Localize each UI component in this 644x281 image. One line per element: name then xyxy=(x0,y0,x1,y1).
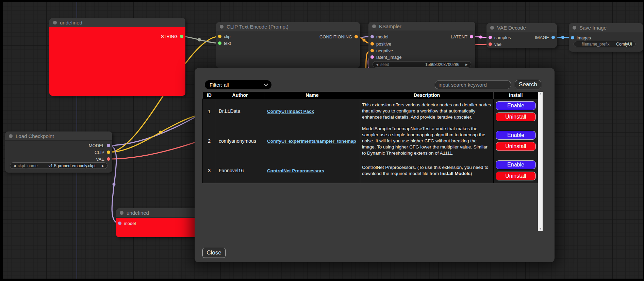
widget-label: ckpt_name xyxy=(18,163,38,168)
widget-label: seed xyxy=(380,62,389,67)
enable-button[interactable]: Enable xyxy=(496,131,536,140)
slot-dot-latent[interactable] xyxy=(470,35,473,38)
decrement-arrow-icon[interactable]: ◀ xyxy=(376,63,378,66)
slot-label: IMAGE xyxy=(535,35,549,40)
slot-dot-string[interactable] xyxy=(180,35,183,38)
uninstall-button[interactable]: Uninstall xyxy=(496,172,536,180)
description-text: ) xyxy=(470,171,472,176)
scroll-up-icon[interactable]: ▲ xyxy=(539,92,542,95)
slot-dot-positive[interactable] xyxy=(370,42,374,46)
search-input[interactable] xyxy=(435,81,511,89)
table-row: 1 Dr.Lt.Data ComfyUI Impact Pack This ex… xyxy=(203,99,538,124)
node-vae-decode[interactable]: VAE Decode samples vae IMAGE xyxy=(486,23,557,48)
input-slot-model[interactable]: model xyxy=(118,220,136,227)
cell-description: ModelSamplerTonemapNoiseTest a node that… xyxy=(360,124,494,158)
collapse-dot-icon[interactable] xyxy=(220,25,224,29)
extensions-table: ID Author Name Description Install 1 Dr.… xyxy=(202,92,538,183)
output-slot-image[interactable]: IMAGE xyxy=(535,34,555,41)
node-save-image-header[interactable]: Save Image xyxy=(569,23,643,32)
extension-link[interactable]: ComfyUI Impact Pack xyxy=(267,109,314,114)
ckpt-name-widget[interactable]: ◀ ckpt_name v1-5-pruned-emaonly.ckpt ▶ xyxy=(10,162,108,169)
uninstall-button[interactable]: Uninstall xyxy=(496,142,536,151)
comfyui-app: undefined STRING CLIP Text Encode (Promp… xyxy=(0,0,644,281)
slot-dot-image[interactable] xyxy=(551,36,555,39)
slot-dot-negative[interactable] xyxy=(370,49,374,52)
node-save-image[interactable]: Save Image images filename_prefix ComfyU… xyxy=(569,23,643,52)
node-ksampler[interactable]: KSampler model positive negative latent_… xyxy=(368,22,475,69)
table-scrollbar[interactable]: ▲ ▼ xyxy=(538,92,543,231)
input-slot-negative[interactable]: negative xyxy=(370,47,393,54)
collapse-dot-icon[interactable] xyxy=(9,134,13,138)
input-slot-clip[interactable]: clip xyxy=(218,33,231,40)
col-header-install: Install xyxy=(494,92,538,99)
table-row: 2 comfyanonymous ComfyUI_experiments/sam… xyxy=(203,124,538,158)
collapse-dot-icon[interactable] xyxy=(372,24,376,28)
slot-dot-clip-out[interactable] xyxy=(107,151,110,154)
extension-link[interactable]: ComfyUI_experiments/sampler_tonemap xyxy=(267,139,356,144)
input-slot-images[interactable]: images xyxy=(571,34,591,41)
output-slot-conditioning[interactable]: CONDITIONING xyxy=(319,33,358,40)
extension-link[interactable]: ControlNet Preprocessors xyxy=(267,168,324,173)
slot-label: LATENT xyxy=(451,34,467,39)
slot-dot-conditioning[interactable] xyxy=(354,35,358,38)
increment-arrow-icon[interactable]: ▶ xyxy=(465,63,468,66)
close-button-label: Close xyxy=(207,249,221,256)
slot-dot-latent-image[interactable] xyxy=(370,55,374,59)
col-header-id: ID xyxy=(203,92,216,99)
cell-id: 1 xyxy=(203,99,216,124)
input-slot-vae[interactable]: vae xyxy=(489,41,501,48)
filename-prefix-widget[interactable]: filename_prefix ComfyUI xyxy=(574,41,635,47)
node-load-checkpoint[interactable]: Load Checkpoint MODEL CLIP VAE ◀ ckpt_na… xyxy=(5,131,112,173)
close-button[interactable]: Close xyxy=(202,248,226,258)
output-slot-model[interactable]: MODEL xyxy=(89,142,110,149)
input-slot-latent-image[interactable]: latent_image xyxy=(370,54,401,60)
slot-dot-text[interactable] xyxy=(218,41,221,45)
slot-dot-vae[interactable] xyxy=(489,42,492,46)
output-slot-string[interactable]: STRING xyxy=(161,33,183,40)
slot-dot-images[interactable] xyxy=(571,36,574,39)
slot-label: model xyxy=(124,221,136,226)
node-undefined-top-header[interactable]: undefined xyxy=(49,18,185,27)
output-slot-vae[interactable]: VAE xyxy=(96,156,110,162)
input-slot-text[interactable]: text xyxy=(218,40,231,47)
slot-label: text xyxy=(224,41,231,46)
slot-dot-clip[interactable] xyxy=(218,35,221,38)
search-button[interactable]: Search xyxy=(515,80,541,89)
node-clip-text-encode-header[interactable]: CLIP Text Encode (Prompt) xyxy=(216,22,360,31)
enable-button[interactable]: Enable xyxy=(496,101,536,110)
next-arrow-icon[interactable]: ▶ xyxy=(102,164,104,168)
chevron-down-icon xyxy=(264,82,268,86)
widget-value: v1-5-pruned-emaonly.ckpt xyxy=(49,163,96,168)
uninstall-button[interactable]: Uninstall xyxy=(496,112,536,121)
slot-label: positive xyxy=(376,41,391,47)
input-slot-positive[interactable]: positive xyxy=(370,40,391,47)
window-frame xyxy=(0,279,644,281)
node-title: CLIP Text Encode (Prompt) xyxy=(227,24,288,30)
slot-dot-vae-out[interactable] xyxy=(107,157,110,161)
slot-dot-model[interactable] xyxy=(118,222,121,225)
prev-arrow-icon[interactable]: ◀ xyxy=(13,164,16,168)
output-slot-latent[interactable]: LATENT xyxy=(451,33,473,40)
input-slot-samples[interactable]: samples xyxy=(489,34,511,41)
node-load-checkpoint-header[interactable]: Load Checkpoint xyxy=(5,131,112,141)
node-ksampler-header[interactable]: KSampler xyxy=(368,22,475,31)
output-slot-clip[interactable]: CLIP xyxy=(95,149,110,156)
collapse-dot-icon[interactable] xyxy=(490,26,494,30)
filter-select[interactable]: Filter: all xyxy=(205,80,271,89)
node-vae-decode-header[interactable]: VAE Decode xyxy=(486,23,557,32)
cell-description: ControlNet Preprocessors. (To use this e… xyxy=(360,158,494,183)
collapse-dot-icon[interactable] xyxy=(120,211,123,215)
collapse-dot-icon[interactable] xyxy=(53,21,57,24)
slot-label: STRING xyxy=(161,34,178,39)
enable-button[interactable]: Enable xyxy=(496,160,536,169)
collapse-dot-icon[interactable] xyxy=(573,26,576,30)
slot-dot-model-out[interactable] xyxy=(107,144,110,147)
col-header-name: Name xyxy=(264,92,360,99)
slot-dot-samples[interactable] xyxy=(489,36,492,39)
node-clip-text-encode[interactable]: CLIP Text Encode (Prompt) clip text COND… xyxy=(216,22,360,68)
seed-widget[interactable]: ◀ seed 156680208700286 ▶ xyxy=(373,61,471,68)
input-slot-model[interactable]: model xyxy=(370,33,388,40)
scroll-down-icon[interactable]: ▼ xyxy=(539,228,542,230)
slot-dot-model[interactable] xyxy=(370,35,374,38)
node-undefined-top[interactable]: undefined STRING xyxy=(49,18,185,96)
